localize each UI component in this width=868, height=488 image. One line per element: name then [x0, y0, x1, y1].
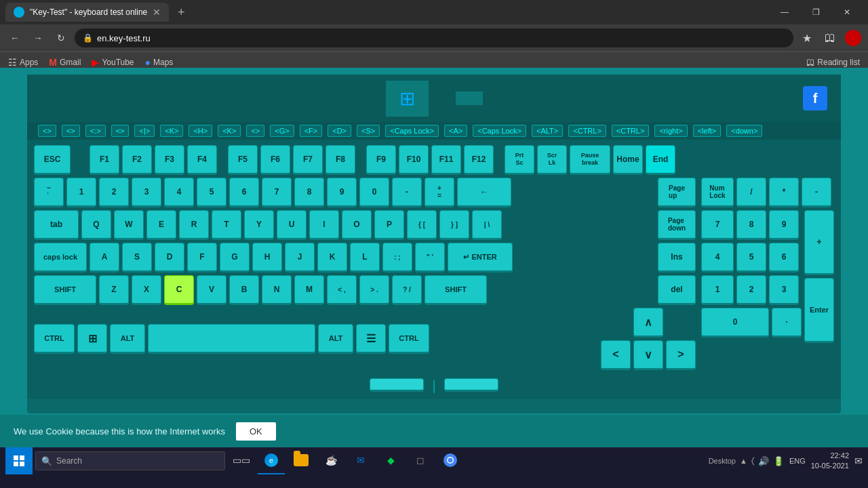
key-2[interactable]: 2 [99, 178, 129, 207]
key-tab[interactable]: tab [34, 210, 79, 240]
key-ctrl-left[interactable]: CTRL [34, 324, 75, 354]
cookie-ok-button[interactable]: OK [236, 422, 276, 441]
key-f3[interactable]: F3 [155, 145, 184, 175]
browser-tab[interactable]: "Key-Test" - keyboard test online ✕ [5, 3, 169, 22]
key-pageup[interactable]: Pageup [658, 178, 696, 207]
key-down[interactable]: ∨ [633, 340, 663, 370]
key-quote[interactable]: " ' [415, 243, 445, 272]
key-equals[interactable]: += [425, 178, 454, 207]
profile-button[interactable] [844, 28, 863, 47]
restore-button[interactable]: ❐ [800, 0, 831, 24]
key-f12[interactable]: F12 [464, 145, 494, 175]
key-num3[interactable]: 3 [769, 275, 799, 305]
key-6[interactable]: 6 [229, 178, 259, 207]
key-f10[interactable]: F10 [399, 145, 429, 175]
minimize-button[interactable]: — [769, 0, 800, 24]
key-numdot[interactable]: · [772, 308, 802, 338]
bookmark-star-button[interactable]: ★ [797, 28, 816, 47]
key-bottom2[interactable] [444, 378, 498, 392]
address-bar[interactable]: 🔒 en.key-test.ru [75, 28, 793, 47]
key-num-multiply[interactable]: * [769, 178, 799, 207]
key-prtsc[interactable]: PrtSc [505, 145, 534, 175]
key-f9[interactable]: F9 [366, 145, 396, 175]
key-pagedown[interactable]: Pagedown [658, 210, 696, 240]
key-q[interactable]: Q [81, 210, 111, 240]
mail-app[interactable]: ✉ [347, 447, 374, 474]
key-esc[interactable]: ESC [34, 145, 71, 175]
key-3[interactable]: 3 [132, 178, 161, 207]
bookmark-youtube[interactable]: ▶ YouTube [92, 57, 134, 68]
key-space[interactable] [148, 324, 315, 354]
new-tab-button[interactable]: + [172, 3, 191, 22]
key-1[interactable]: 1 [66, 178, 96, 207]
key-f2[interactable]: F2 [122, 145, 152, 175]
key-num0[interactable]: 0 [701, 308, 769, 338]
reload-button[interactable]: ↻ [52, 28, 71, 47]
key-num2[interactable]: 2 [736, 275, 766, 305]
apple-os-button[interactable] [456, 92, 483, 105]
taskbar-search[interactable]: 🔍 Search [35, 451, 225, 470]
key-s[interactable]: S [122, 243, 152, 272]
key-f8[interactable]: F8 [326, 145, 355, 175]
key-alt-right[interactable]: ALT [318, 324, 353, 354]
key-h[interactable]: H [252, 243, 282, 272]
key-scrlk[interactable]: ScrLk [537, 145, 567, 175]
key-4[interactable]: 4 [164, 178, 194, 207]
key-num1[interactable]: 1 [701, 275, 734, 305]
key-f11[interactable]: F11 [431, 145, 461, 175]
key-shift-left[interactable]: SHIFT [34, 275, 96, 305]
key-9[interactable]: 9 [327, 178, 357, 207]
key-win[interactable]: ⊞ [77, 324, 107, 354]
key-r[interactable]: R [179, 210, 209, 240]
key-num8[interactable]: 8 [736, 210, 766, 240]
key-y[interactable]: Y [244, 210, 274, 240]
key-u[interactable]: U [277, 210, 307, 240]
battery-icon[interactable]: 🔋 [773, 456, 784, 466]
key-minus[interactable]: - [392, 178, 422, 207]
key-home[interactable]: Home [613, 145, 643, 175]
start-button[interactable] [5, 447, 33, 474]
windows-os-button[interactable]: ⊞ [386, 81, 429, 117]
facebook-button[interactable]: f [803, 86, 827, 110]
key-b[interactable]: B [229, 275, 259, 305]
key-backslash[interactable]: | \ [472, 210, 502, 240]
key-close-bracket[interactable]: } ] [439, 210, 469, 240]
key-num4[interactable]: 4 [701, 243, 734, 272]
key-comma[interactable]: < , [327, 275, 357, 305]
key-menu[interactable]: ☰ [356, 324, 386, 354]
key-enter[interactable]: ↵ ENTER [448, 243, 513, 272]
green-app[interactable]: ◆ [377, 447, 404, 474]
key-p[interactable]: P [374, 210, 404, 240]
bookmark-apps[interactable]: ☷ Apps [8, 57, 38, 68]
key-x[interactable]: X [132, 275, 161, 305]
app7[interactable]: ◻ [407, 447, 434, 474]
key-f5[interactable]: F5 [228, 145, 258, 175]
back-button[interactable]: ← [5, 28, 24, 47]
key-left[interactable]: < [601, 340, 631, 370]
key-n[interactable]: N [262, 275, 292, 305]
bookmark-gmail[interactable]: M Gmail [49, 57, 81, 68]
key-w[interactable]: W [114, 210, 144, 240]
key-num-enter[interactable]: Enter [804, 278, 834, 343]
bookmark-maps[interactable]: ● Maps [145, 57, 174, 68]
key-z[interactable]: Z [99, 275, 129, 305]
key-m[interactable]: M [294, 275, 324, 305]
key-semicolon[interactable]: : ; [382, 243, 412, 272]
key-8[interactable]: 8 [294, 178, 324, 207]
key-num5[interactable]: 5 [736, 243, 766, 272]
key-slash[interactable]: ? / [392, 275, 422, 305]
key-insert[interactable]: Ins [658, 243, 696, 272]
taskview-button[interactable]: ▭▭ [228, 447, 255, 474]
key-f4[interactable]: F4 [187, 145, 217, 175]
key-f6[interactable]: F6 [260, 145, 290, 175]
key-d[interactable]: D [155, 243, 184, 272]
edge-app[interactable]: e [258, 447, 285, 474]
key-end[interactable]: End [646, 145, 675, 175]
key-c[interactable]: C [164, 275, 194, 305]
key-num-plus[interactable]: + [804, 210, 834, 275]
key-capslock[interactable]: caps lock [34, 243, 87, 272]
notifications-icon[interactable]: ✉ [854, 455, 863, 466]
key-f7[interactable]: F7 [293, 145, 323, 175]
key-7[interactable]: 7 [262, 178, 292, 207]
key-alt-left[interactable]: ALT [110, 324, 145, 354]
